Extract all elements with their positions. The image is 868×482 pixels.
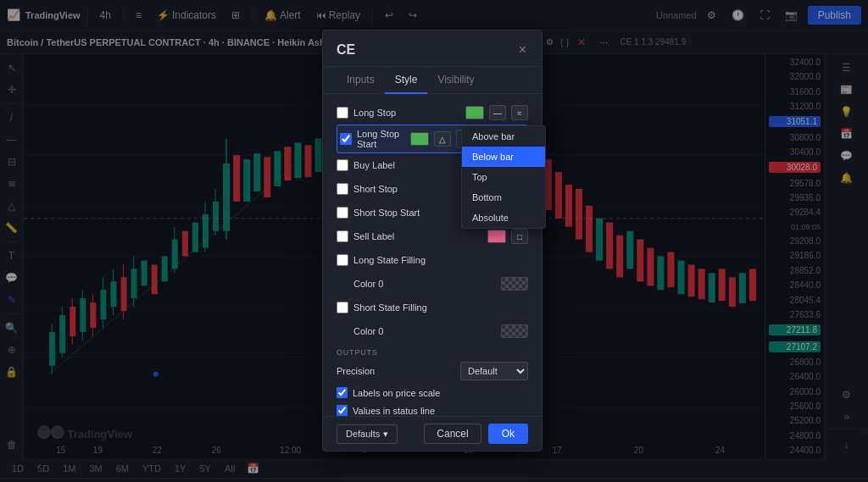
tab-visibility[interactable]: Visibility — [427, 67, 484, 94]
long-state-filling-row: Long State Filling — [337, 248, 528, 272]
modal-dialog: CE × Inputs Style Visibility Long Stop —… — [322, 30, 542, 452]
short-state-filling-label: Short State Filling — [353, 302, 528, 313]
modal-header: CE × — [323, 30, 542, 67]
modal-tabs: Inputs Style Visibility — [323, 67, 542, 94]
short-color-0-row: Color 0 — [337, 319, 528, 343]
sell-label-color[interactable] — [487, 230, 506, 243]
tab-inputs[interactable]: Inputs — [337, 67, 385, 94]
long-stop-row: Long Stop — ≈ — [337, 101, 528, 125]
long-stop-label: Long Stop — [353, 108, 460, 118]
short-state-filling-row: Short State Filling — [337, 296, 528, 319]
long-state-filling-label: Long State Filling — [353, 255, 528, 265]
long-stop-style-icon[interactable]: ≈ — [511, 105, 528, 120]
long-stop-line-icon[interactable]: — — [489, 105, 506, 120]
short-color-0-label: Color 0 — [353, 326, 496, 336]
defaults-btn[interactable]: Defaults ▾ — [337, 424, 398, 444]
modal-overlay[interactable]: CE × Inputs Style Visibility Long Stop —… — [0, 0, 868, 482]
short-stop-start-checkbox[interactable] — [337, 207, 348, 219]
long-color-0-label: Color 0 — [353, 279, 496, 289]
footer-btns: Cancel Ok — [424, 424, 528, 444]
dropdown-bottom[interactable]: Bottom — [462, 187, 545, 208]
labels-price-scale-label: Labels on price scale — [353, 388, 440, 398]
values-status-line-row: Values in status line — [337, 402, 528, 416]
modal-footer: Defaults ▾ Cancel Ok — [323, 416, 542, 451]
long-stop-start-color[interactable] — [410, 132, 429, 146]
cancel-btn[interactable]: Cancel — [424, 424, 481, 444]
dropdown-menu: Above bar Below bar Top Bottom Absolute — [461, 125, 546, 229]
labels-price-scale-checkbox[interactable] — [337, 387, 348, 398]
long-color-0-row: Color 0 — [337, 272, 528, 296]
buy-label-checkbox[interactable] — [337, 159, 348, 171]
values-status-line-checkbox[interactable] — [337, 405, 348, 416]
precision-row: Precision Default 0 1 2 — [337, 358, 528, 384]
sell-label-checkbox[interactable] — [337, 230, 348, 242]
dropdown-above-bar[interactable]: Above bar — [462, 126, 545, 147]
labels-price-scale-row: Labels on price scale — [337, 384, 528, 402]
precision-select[interactable]: Default 0 1 2 — [460, 362, 528, 380]
dropdown-below-bar[interactable]: Below bar — [462, 147, 545, 167]
tab-style[interactable]: Style — [385, 67, 428, 94]
dropdown-top[interactable]: Top — [462, 167, 545, 187]
long-stop-checkbox[interactable] — [337, 107, 348, 119]
dropdown-absolute[interactable]: Absolute — [462, 208, 545, 228]
long-stop-start-checkbox[interactable] — [340, 133, 352, 145]
modal-title: CE — [337, 42, 355, 58]
sell-label-label: Sell Label — [353, 231, 482, 241]
long-color-0-swatch[interactable] — [501, 277, 528, 291]
defaults-chevron-icon: ▾ — [383, 429, 388, 440]
long-stop-start-label: Long Stop Start — [357, 129, 405, 149]
outputs-section-label: OUTPUTS — [337, 348, 528, 357]
modal-close-btn[interactable]: × — [517, 41, 528, 59]
long-stop-start-triangle-icon[interactable]: △ — [434, 131, 451, 147]
precision-label: Precision — [337, 366, 453, 376]
long-stop-color[interactable] — [465, 106, 484, 119]
short-stop-checkbox[interactable] — [337, 183, 348, 195]
short-state-filling-checkbox[interactable] — [337, 302, 348, 313]
sell-label-square-icon[interactable]: □ — [511, 229, 528, 244]
defaults-label: Defaults — [346, 429, 380, 439]
ok-btn[interactable]: Ok — [488, 424, 528, 444]
short-color-0-swatch[interactable] — [501, 324, 528, 338]
long-state-filling-checkbox[interactable] — [337, 254, 348, 266]
values-status-line-label: Values in status line — [353, 406, 435, 416]
